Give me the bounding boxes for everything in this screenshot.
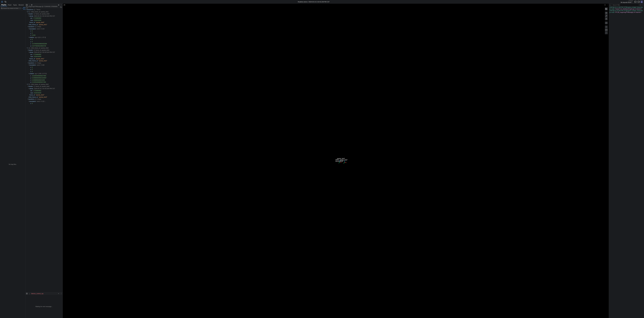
devices-icon[interactable] [4, 1, 7, 3]
tab-moment[interactable]: Moment [18, 4, 24, 6]
tree-row[interactable]: x0 [26, 38, 62, 41]
tree-row[interactable]: w0.6205445805637456 [26, 81, 62, 83]
tree-row[interactable]: frame_id"panda_link2" [26, 94, 62, 96]
topic-path[interactable]: /tf [31, 4, 32, 6]
tree-row[interactable]: ▾0{}child_frame_id: panda_link1 [26, 11, 62, 13]
more-icon[interactable]: ⋮ [642, 4, 644, 6]
tree-row[interactable]: ▾translationnorm = 0.32 ↓ [26, 100, 62, 102]
more-icon[interactable]: ⋮ [60, 4, 62, 6]
svg-point-7 [641, 1, 642, 2]
tree-row[interactable]: nsec624315634 [26, 55, 62, 58]
recenter-tool[interactable] [605, 22, 608, 24]
tree-row[interactable]: nsec624315634 [26, 19, 62, 22]
tree-row[interactable]: ▾1{}child_frame_id: panda_link2 [26, 47, 62, 49]
tree-row[interactable]: ▾header{}frame_id: panda_link0 [26, 13, 62, 15]
log-line: [ INFO][2:32:18.055 PM CST][foxglove_bri… [610, 10, 644, 13]
search-input[interactable] [3, 8, 21, 9]
tree-row[interactable]: child_frame_id"panda_link2" [26, 60, 62, 62]
tree-row[interactable]: sec1710484362 [26, 90, 62, 92]
tree-row[interactable]: w0.8775825618903728 [26, 45, 62, 47]
tree-row[interactable]: x-0.6205445805637454 [26, 75, 62, 77]
tf-tree[interactable]: ▾transforms[]7 items▾0{}child_frame_id: … [26, 8, 62, 292]
tree-row[interactable]: ▾transform{}2 keys [26, 26, 62, 28]
svg-point-10 [26, 4, 28, 5]
gear-icon[interactable] [58, 293, 60, 294]
tree-row[interactable]: ▾stamp2024-03-15 2:32:42.624 PM CST [26, 51, 62, 53]
3d-mode-button[interactable]: 3D [605, 12, 608, 14]
more-icon[interactable]: ⋮ [606, 4, 608, 6]
tree-row[interactable]: ▾2{}child_frame_id: panda_link3 [26, 83, 62, 85]
svg-point-14 [606, 19, 606, 19]
log-body[interactable]: [ INFO][2:32:17.893 PM CST][foxglove_bri… [609, 6, 644, 318]
3d-scene[interactable]: panda_link3 panda_link7 panda_link8 pand… [63, 4, 609, 318]
measure-tool[interactable] [605, 15, 608, 17]
collapse-icon[interactable]: ⌄ [28, 293, 30, 294]
zoom-in-button[interactable]: + [605, 26, 608, 28]
filter-dropdown-icon[interactable]: ⌄ [610, 4, 610, 6]
tree-row[interactable]: y0 [26, 68, 62, 70]
collapse-icon[interactable]: ⌄ [28, 4, 30, 6]
gear-icon[interactable] [58, 4, 60, 6]
tree-row[interactable]: y0.33900504942104487 [26, 77, 62, 79]
waiting-message: Waiting for next message... [26, 295, 62, 318]
tree-row[interactable]: ▾transforms[]7 items [26, 9, 62, 11]
layout-selector[interactable]: LAYOUT No layouts found ⌄ [621, 1, 633, 3]
database-icon[interactable] [26, 293, 28, 294]
layout-right-icon[interactable] [637, 1, 640, 3]
3d-viewport[interactable]: 3D ⋮ 3D + 100% − panda_link3 [63, 4, 609, 318]
tree-row[interactable]: ▾stamp2024-03-15 2:32:42.624 PM CST [26, 88, 62, 90]
tree-row[interactable]: ▾rotationrpy = [0, 0, -57.3] [26, 36, 62, 39]
raw-device-panel: ⌄ /device_control_rsp ⋮ Waiting for next… [26, 292, 62, 318]
search-input-wrap [0, 7, 22, 9]
copy-icon[interactable] [60, 7, 62, 8]
tree-row[interactable]: child_frame_id"panda_link1" [26, 24, 62, 26]
eye-tool[interactable] [605, 18, 608, 20]
topic-path-error[interactable]: /device_control_rsp [31, 293, 43, 294]
tree-row[interactable]: ▾translationnorm = 0.00 [26, 64, 62, 66]
log-filter-input[interactable] [612, 4, 638, 6]
tab-panel[interactable]: Panel [7, 4, 12, 6]
tree-row[interactable]: x0 [26, 30, 62, 32]
gear-icon[interactable] [604, 4, 606, 6]
zoom-out-button[interactable]: − [605, 31, 608, 34]
database-icon[interactable] [26, 4, 28, 6]
tree-row[interactable]: nsec624315634 [26, 92, 62, 94]
tree-row[interactable]: ▾stamp2024-03-15 2:32:42.624 PM CST [26, 15, 62, 17]
app-logo[interactable] [1, 1, 3, 3]
tree-row[interactable]: z0 [26, 70, 62, 73]
svg-line-9 [2, 9, 2, 9]
tree-row[interactable]: sec1710484362 [26, 17, 62, 19]
layout-left-icon[interactable] [634, 1, 637, 3]
tree-row[interactable]: child_frame_id"panda_link3" [26, 96, 62, 98]
cursor-tool[interactable] [605, 8, 608, 10]
tree-row[interactable]: ▾rotationrpy = [-90, 0, 57.3] [26, 73, 62, 75]
tree-row[interactable]: frame_id"panda_link0" [26, 21, 62, 24]
tree-row[interactable]: x0 [26, 102, 62, 105]
tree-row[interactable]: z0.333 [26, 34, 62, 36]
tab-topics[interactable]: Topics [12, 4, 18, 6]
tree-row[interactable]: z-0.47942553860420284 [26, 43, 62, 45]
svg-point-8 [1, 8, 2, 9]
tree-row[interactable]: y0 [26, 41, 62, 43]
tree-row[interactable]: sec1710484362 [26, 53, 62, 56]
add-files-button[interactable]: + Add files [22, 7, 26, 10]
more-icon[interactable]: ⋮ [60, 293, 62, 294]
raw-tf-panel: ⌄ /tf ⋮ tf2_msgs/msg/TFMessage @ 1710484… [26, 4, 62, 292]
tree-row[interactable]: x0 [26, 66, 62, 68]
zoom-level[interactable]: 100% [605, 29, 608, 31]
log-line: [ INFO][2:32:17.893 PM CST][foxglove_bri… [610, 7, 644, 10]
gear-icon[interactable] [640, 4, 642, 6]
svg-point-12 [26, 293, 28, 293]
svg-rect-3 [634, 1, 636, 3]
tab-playlist[interactable]: Playlist [0, 4, 7, 6]
tree-row[interactable]: ▾header{}frame_id: panda_link2 [26, 85, 62, 88]
tree-row[interactable]: ▾header{}frame_id: panda_link1 [26, 49, 62, 51]
tree-row[interactable]: frame_id"panda_link1" [26, 58, 62, 60]
tree-row[interactable]: y0 [26, 32, 62, 34]
page-title: Realtime-demo / 2024-03-15 2:32:43.238 P… [7, 1, 621, 3]
user-avatar[interactable] [640, 1, 643, 3]
tree-row[interactable]: ▾transform{}2 keys [26, 62, 62, 64]
tree-row[interactable]: z0.33900504942104​5 [26, 79, 62, 81]
tree-row[interactable]: ▾translationnorm = 0.33 [26, 28, 62, 30]
tree-row[interactable]: ▾transform{}2 keys [26, 98, 62, 100]
